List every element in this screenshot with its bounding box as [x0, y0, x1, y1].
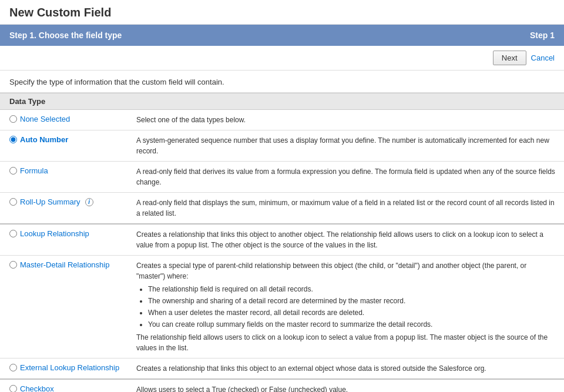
description-text: Specify the type of information that the… — [0, 71, 564, 93]
desc-external-lookup: Creates a relationship that links this o… — [129, 359, 564, 380]
table-row: None Selected Select one of the data typ… — [0, 110, 564, 130]
label-master-detail: Master-Detail Relationship — [20, 260, 109, 269]
radio-cell-external-lookup[interactable]: External Lookup Relationship — [0, 359, 129, 380]
label-external-lookup: External Lookup Relationship — [20, 363, 119, 372]
desc-master-detail: Creates a special type of parent-child r… — [129, 256, 564, 359]
table-header-cell: Data Type — [0, 93, 564, 110]
step-header: Step 1. Choose the field type Step 1 — [0, 25, 564, 46]
desc-auto-number: A system-generated sequence number that … — [129, 130, 564, 162]
desc-lookup: Creates a relationship that links this o… — [129, 224, 564, 256]
table-row: Checkbox Allows users to select a True (… — [0, 379, 564, 392]
step-number: Step 1 — [530, 31, 555, 40]
data-type-scroll-area[interactable]: Data Type None Selected Select one of th… — [0, 93, 564, 392]
radio-cell-rollup[interactable]: Roll-Up Summary i — [0, 193, 129, 225]
radio-checkbox[interactable] — [9, 385, 17, 392]
radio-cell-auto-number[interactable]: Auto Number — [0, 130, 129, 162]
bullet-2: The ownership and sharing of a detail re… — [148, 296, 557, 306]
bullet-4: You can create rollup summary fields on … — [148, 319, 557, 330]
radio-master-detail[interactable] — [9, 261, 17, 269]
radio-formula[interactable] — [9, 167, 17, 175]
label-lookup: Lookup Relationship — [20, 229, 89, 238]
page-title: New Custom Field — [0, 0, 564, 25]
table-header-row: Data Type — [0, 93, 564, 110]
table-row: Lookup Relationship Creates a relationsh… — [0, 224, 564, 256]
radio-rollup[interactable] — [9, 198, 17, 206]
radio-lookup[interactable] — [9, 230, 17, 237]
label-rollup: Roll-Up Summary — [20, 197, 80, 206]
desc-checkbox: Allows users to select a True (checked) … — [129, 379, 564, 392]
master-detail-bullets: The relationship field is required on al… — [148, 284, 557, 330]
next-button[interactable]: Next — [493, 51, 526, 65]
action-bar: Next Cancel — [0, 46, 564, 71]
label-checkbox: Checkbox — [20, 384, 54, 392]
radio-cell-master-detail[interactable]: Master-Detail Relationship — [0, 256, 129, 359]
radio-none[interactable] — [9, 115, 17, 123]
label-formula: Formula — [20, 166, 48, 175]
radio-external-lookup[interactable] — [9, 364, 17, 371]
table-row: Roll-Up Summary i A read-only field that… — [0, 193, 564, 225]
table-row: Formula A read-only field that derives i… — [0, 162, 564, 193]
radio-cell-lookup[interactable]: Lookup Relationship — [0, 224, 129, 256]
data-type-table: Data Type None Selected Select one of th… — [0, 93, 564, 392]
cancel-link[interactable]: Cancel — [531, 53, 555, 62]
radio-auto-number[interactable] — [9, 136, 17, 143]
radio-cell-checkbox[interactable]: Checkbox — [0, 379, 129, 392]
step-header-label: Step 1. Choose the field type — [9, 31, 122, 40]
radio-cell-formula[interactable]: Formula — [0, 162, 129, 193]
desc-none: Select one of the data types below. — [129, 110, 564, 130]
label-none: None Selected — [20, 115, 70, 123]
bullet-3: When a user deletes the master record, a… — [148, 307, 557, 318]
radio-cell-none[interactable]: None Selected — [0, 110, 129, 130]
rollup-info-icon[interactable]: i — [85, 198, 93, 206]
desc-rollup: A read-only field that displays the sum,… — [129, 193, 564, 225]
label-auto-number: Auto Number — [20, 135, 68, 144]
table-row: Auto Number A system-generated sequence … — [0, 130, 564, 162]
table-row: External Lookup Relationship Creates a r… — [0, 359, 564, 380]
desc-formula: A read-only field that derives its value… — [129, 162, 564, 193]
table-row: Master-Detail Relationship Creates a spe… — [0, 256, 564, 359]
bullet-1: The relationship field is required on al… — [148, 284, 557, 294]
